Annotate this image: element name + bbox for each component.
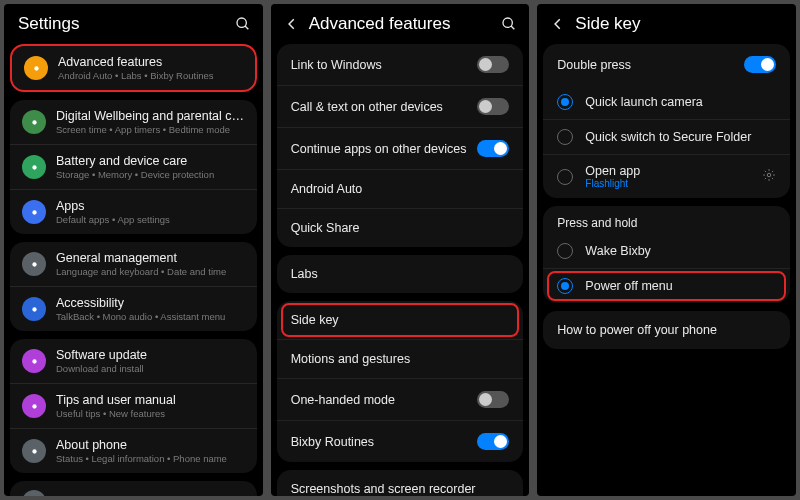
page-title: Settings <box>18 14 225 34</box>
svg-point-0 <box>237 18 246 27</box>
toggle[interactable] <box>477 98 509 115</box>
settings-item-subtitle: Screen time • App timers • Bedtime mode <box>56 124 245 135</box>
back-icon[interactable] <box>285 17 299 31</box>
settings-item[interactable]: Tips and user manualUseful tips • New fe… <box>10 383 257 428</box>
toggle[interactable] <box>744 56 776 73</box>
feature-item[interactable]: One-handed mode <box>277 378 524 420</box>
feature-item[interactable]: Screenshots and screen recorder <box>277 470 524 496</box>
settings-item-icon <box>22 439 46 463</box>
settings-item-title: Battery and device care <box>56 154 245 168</box>
feature-item-label: Motions and gestures <box>291 352 411 366</box>
radio-option[interactable]: Power off menu <box>543 268 790 303</box>
toggle[interactable] <box>477 56 509 73</box>
settings-item-title: Apps <box>56 199 245 213</box>
settings-item-title: About phone <box>56 438 245 452</box>
radio-option[interactable]: Quick launch camera <box>543 85 790 119</box>
feature-group: Screenshots and screen recorderShow cont… <box>277 470 524 496</box>
settings-item[interactable]: AppsDefault apps • App settings <box>10 189 257 234</box>
settings-item-title: Advanced features <box>58 55 243 69</box>
search-icon[interactable] <box>235 16 251 32</box>
settings-group: Developer options <box>10 481 257 496</box>
settings-item[interactable]: Digital Wellbeing and parental controlsS… <box>10 100 257 144</box>
press-hold-label: Press and hold <box>543 206 790 234</box>
footer-group: How to power off your phone <box>543 311 790 349</box>
gear-icon[interactable] <box>762 168 776 185</box>
settings-item-title: General management <box>56 251 245 265</box>
settings-group: Software updateDownload and installTips … <box>10 339 257 473</box>
settings-item[interactable]: Battery and device careStorage • Memory … <box>10 144 257 189</box>
radio-icon <box>557 94 573 110</box>
feature-item-label: Call & text on other devices <box>291 100 443 114</box>
radio-option[interactable]: Wake Bixby <box>543 234 790 268</box>
press-hold-group: Press and holdWake BixbyPower off menu <box>543 206 790 303</box>
settings-item-title: Software update <box>56 348 245 362</box>
settings-item[interactable]: General managementLanguage and keyboard … <box>10 242 257 286</box>
feature-item[interactable]: Quick Share <box>277 208 524 247</box>
feature-item[interactable]: Side key <box>277 301 524 339</box>
settings-item[interactable]: Software updateDownload and install <box>10 339 257 383</box>
feature-item-label: Link to Windows <box>291 58 382 72</box>
svg-line-1 <box>245 26 248 29</box>
radio-icon <box>557 243 573 259</box>
settings-item-subtitle: Android Auto • Labs • Bixby Routines <box>58 70 243 81</box>
double-press-group: Double pressQuick launch cameraQuick swi… <box>543 44 790 198</box>
feature-item[interactable]: Motions and gestures <box>277 339 524 378</box>
feature-item[interactable]: Call & text on other devices <box>277 85 524 127</box>
radio-option[interactable]: Quick switch to Secure Folder <box>543 119 790 154</box>
svg-point-4 <box>32 165 36 169</box>
feature-item[interactable]: Android Auto <box>277 169 524 208</box>
toggle[interactable] <box>477 433 509 450</box>
feature-group: Labs <box>277 255 524 293</box>
double-press-row: Double press <box>543 44 790 85</box>
settings-group: Digital Wellbeing and parental controlsS… <box>10 100 257 234</box>
settings-item-subtitle: Download and install <box>56 363 245 374</box>
settings-item-title: Accessibility <box>56 296 245 310</box>
settings-item-subtitle: Language and keyboard • Date and time <box>56 266 245 277</box>
settings-item[interactable]: Developer options <box>10 481 257 496</box>
radio-label: Quick launch camera <box>585 95 776 109</box>
feature-item-label: Labs <box>291 267 318 281</box>
feature-item[interactable]: Continue apps on other devices <box>277 127 524 169</box>
svg-point-3 <box>32 120 36 124</box>
radio-label: Wake Bixby <box>585 244 651 258</box>
double-press-label: Double press <box>557 58 631 72</box>
radio-label: Power off menu <box>585 279 672 293</box>
svg-point-9 <box>32 404 36 408</box>
settings-item-icon <box>22 155 46 179</box>
feature-item[interactable]: Link to Windows <box>277 44 524 85</box>
settings-item[interactable]: AccessibilityTalkBack • Mono audio • Ass… <box>10 286 257 331</box>
settings-item-title: Digital Wellbeing and parental controls <box>56 109 245 123</box>
feature-item-label: Android Auto <box>291 182 363 196</box>
settings-item-subtitle: Status • Legal information • Phone name <box>56 453 245 464</box>
settings-item-title: Developer options <box>56 495 245 496</box>
feature-item[interactable]: Bixby Routines <box>277 420 524 462</box>
settings-item[interactable]: Advanced featuresAndroid Auto • Labs • B… <box>12 46 255 90</box>
settings-item-subtitle: Storage • Memory • Device protection <box>56 169 245 180</box>
panel-settings: Settings Advanced featuresAndroid Auto •… <box>4 4 263 496</box>
header: Settings <box>4 4 263 44</box>
radio-option[interactable]: Open appFlashlight <box>543 154 790 198</box>
svg-point-14 <box>767 173 771 177</box>
back-icon[interactable] <box>551 17 565 31</box>
radio-icon <box>557 278 573 294</box>
settings-item[interactable]: About phoneStatus • Legal information • … <box>10 428 257 473</box>
radio-sublabel[interactable]: Flashlight <box>585 178 750 189</box>
svg-point-2 <box>34 66 38 70</box>
search-icon[interactable] <box>501 16 517 32</box>
feature-item[interactable]: Labs <box>277 255 524 293</box>
panel-advanced-features: Advanced features Link to WindowsCall & … <box>271 4 530 496</box>
svg-point-6 <box>32 262 36 266</box>
settings-item-subtitle: Default apps • App settings <box>56 214 245 225</box>
feature-item-label: One-handed mode <box>291 393 395 407</box>
footer-link[interactable]: How to power off your phone <box>543 311 790 349</box>
svg-line-13 <box>511 26 514 29</box>
settings-item-icon <box>22 394 46 418</box>
radio-icon <box>557 169 573 185</box>
header: Side key <box>537 4 796 44</box>
radio-label: Quick switch to Secure Folder <box>585 130 776 144</box>
toggle[interactable] <box>477 391 509 408</box>
svg-point-7 <box>32 307 36 311</box>
feature-group: Side keyMotions and gesturesOne-handed m… <box>277 301 524 462</box>
toggle[interactable] <box>477 140 509 157</box>
feature-item-label: Screenshots and screen recorder <box>291 482 476 496</box>
